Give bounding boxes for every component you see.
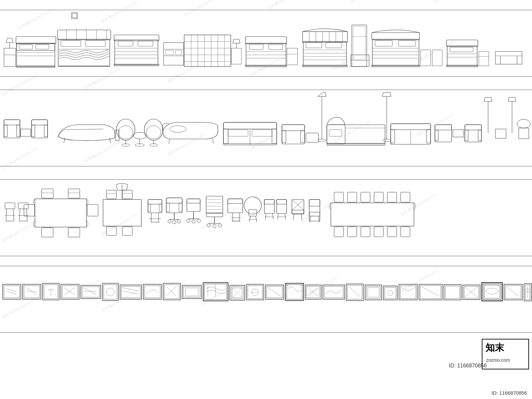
- section-bedroom: [0, 10, 532, 76]
- svg-text:ID: 1166870856: ID: 1166870856: [449, 363, 487, 368]
- svg-text:znzmo.com: znzmo.com: [486, 357, 510, 363]
- svg-text:知末: 知末: [485, 342, 504, 353]
- section-dining-chairs: [0, 180, 532, 256]
- section-sofa-lounge: [0, 90, 532, 166]
- id-badge: ID: 1166870856: [491, 390, 527, 396]
- section-wall-art: [0, 266, 532, 332]
